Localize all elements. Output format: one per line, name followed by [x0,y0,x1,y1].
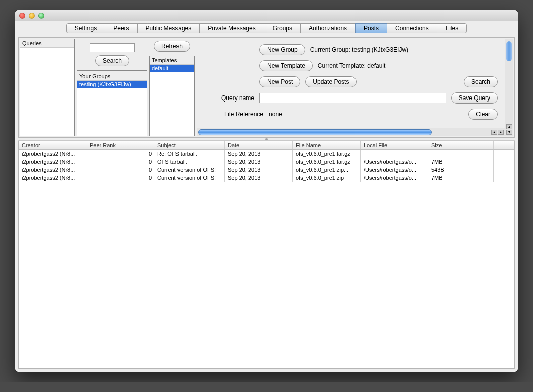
table-header: Creator Peer Rank Subject Date File Name… [19,141,514,150]
cell-file: ofs_v0.6.0_pre1.tar.gz [293,150,361,158]
table-body[interactable]: i2probertgass2 (Nr8...0Re: OFS tarball.S… [19,150,514,368]
cell-file: ofs_v0.6.0_pre1.zip [293,174,361,182]
cell-subject: Current version of OFS! [154,174,225,182]
scroll-right-icon[interactable]: ▸ [498,130,504,135]
templates-list[interactable]: default [150,65,194,136]
col-peer-rank[interactable]: Peer Rank [86,141,154,149]
cell-subject: Re: OFS tarball. [154,150,225,158]
scroll-left-icon[interactable]: ◂ [491,130,497,135]
table-row[interactable]: i2probertgass2 (Nr8...0Re: OFS tarball.S… [19,150,514,158]
template-item-default[interactable]: default [150,65,194,72]
app-window: Settings Peers Public Messages Private M… [15,10,518,372]
templates-box: Templates default [149,56,195,136]
col-date[interactable]: Date [225,141,293,149]
cell-size: 7MB [428,158,494,166]
new-group-button[interactable]: New Group [259,44,305,55]
tab-bar: Settings Peers Public Messages Private M… [15,21,518,34]
your-groups-header: Your Groups [77,72,147,81]
cell-file: ofs_v0.6.0_pre1.zip... [293,166,361,174]
queries-panel: Queries [20,39,75,136]
cell-creator: i2probertgass2 (Nr8... [19,166,86,174]
new-template-button[interactable]: New Template [259,60,313,71]
group-search-input[interactable] [90,43,135,52]
scroll-down-icon[interactable]: ▾ [506,130,512,135]
horizontal-scroll-thumb[interactable] [198,129,432,135]
table-row[interactable]: i2probertgass2 (Nr8...0OFS tarball.Sep 2… [19,158,514,166]
minimize-icon[interactable] [29,13,35,19]
tab-settings[interactable]: Settings [66,23,105,33]
cell-date: Sep 20, 2013 [225,174,293,182]
col-file-name[interactable]: File Name [293,141,361,149]
cell-size: 7MB [428,174,494,182]
vertical-scrollbar[interactable]: ▴ ▾ [505,39,513,136]
cell-rank: 0 [86,174,154,182]
cell-subject: Current version of OFS! [154,166,225,174]
tab-groups[interactable]: Groups [264,23,301,33]
cell-subject: OFS tarball. [154,158,225,166]
main-panel-body: New Group Current Group: testing (KJtxG3… [197,39,505,136]
your-groups-list[interactable]: testing (KJtxG3EIJw) [77,81,147,136]
your-groups-box: Your Groups testing (KJtxG3EIJw) [77,72,147,136]
cell-creator: i2probertgass2 (Nr8... [19,158,86,166]
col-local-file[interactable]: Local File [361,141,428,149]
tab-authorizations[interactable]: Authorizations [300,23,356,33]
cell-file: ofs_v0.6.0_pre1.tar.gz [293,158,361,166]
tab-connections[interactable]: Connections [387,23,437,33]
tab-private-messages[interactable]: Private Messages [199,23,264,33]
queries-list[interactable] [20,48,74,136]
cell-date: Sep 20, 2013 [225,166,293,174]
groups-panel: Search Your Groups testing (KJtxG3EIJw) [77,39,147,136]
file-reference-label: File Reference [224,111,263,118]
cell-rank: 0 [86,150,154,158]
cell-size [428,150,494,158]
horizontal-scrollbar[interactable]: ◂ ▸ [197,128,505,136]
zoom-icon[interactable] [38,13,44,19]
tab-peers[interactable]: Peers [105,23,137,33]
search-button[interactable]: Search [464,76,498,87]
save-query-button[interactable]: Save Query [451,92,498,104]
cell-creator: i2probertgass2 (Nr8... [19,174,86,182]
cell-date: Sep 20, 2013 [225,158,293,166]
group-search-button[interactable]: Search [95,55,129,66]
current-group-label: Current Group: testing (KJtxG3EIJw) [310,46,408,53]
titlebar [15,10,518,21]
content-area: Queries Search Your Groups testing (KJtx… [15,34,518,372]
vertical-scroll-thumb[interactable] [506,41,512,61]
tab-public-messages[interactable]: Public Messages [137,23,200,33]
tab-posts[interactable]: Posts [355,23,387,33]
query-name-input[interactable] [259,93,446,103]
cell-local: /Users/robertgass/o... [361,158,428,166]
current-template-label: Current Template: default [318,62,386,69]
cell-local [361,150,428,158]
queries-header: Queries [20,39,74,48]
refresh-button[interactable]: Refresh [154,41,190,52]
new-post-button[interactable]: New Post [259,76,300,87]
cell-size: 543B [428,166,494,174]
cell-rank: 0 [86,166,154,174]
main-panel: New Group Current Group: testing (KJtxG3… [197,39,513,136]
col-size[interactable]: Size [428,141,494,149]
table-row[interactable]: i2probertgass2 (Nr8...0Current version o… [19,174,514,182]
scroll-up-icon[interactable]: ▴ [506,124,512,129]
traffic-lights [19,13,44,19]
cell-local: /Users/robertgass/o... [361,166,428,174]
templates-panel: Refresh Templates default [149,39,195,136]
templates-header: Templates [150,56,194,65]
update-posts-button[interactable]: Update Posts [305,76,357,87]
tab-files[interactable]: Files [437,23,467,33]
close-icon[interactable] [19,13,25,19]
cell-date: Sep 20, 2013 [225,150,293,158]
cell-rank: 0 [86,158,154,166]
cell-creator: i2probertgass2 (Nr8... [19,150,86,158]
upper-panels: Queries Search Your Groups testing (KJtx… [18,37,515,138]
query-name-label: Query name [204,94,254,102]
cell-local: /Users/robertgass/o... [361,174,428,182]
col-subject[interactable]: Subject [154,141,225,149]
file-reference-value: none [269,111,282,118]
col-creator[interactable]: Creator [19,141,86,149]
group-item-testing[interactable]: testing (KJtxG3EIJw) [77,81,147,88]
groups-search-box: Search [77,39,147,71]
table-row[interactable]: i2probertgass2 (Nr8...0Current version o… [19,166,514,174]
posts-table: Creator Peer Rank Subject Date File Name… [18,141,515,369]
clear-button[interactable]: Clear [468,109,498,120]
